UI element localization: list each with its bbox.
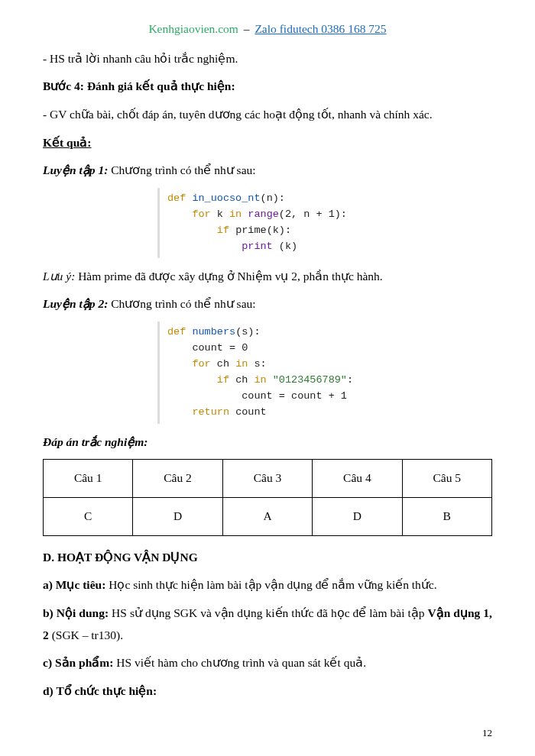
header-site: Kenhgiaovien.com [148, 22, 238, 35]
table-header-cell: Câu 2 [133, 460, 222, 498]
b-text2: (SGK – tr130). [49, 628, 123, 641]
item-b: b) Nội dung: HS sử dụng SGK và vận dụng … [43, 603, 492, 646]
document-page: Kenhgiaovien.com – Zalo fidutech 0386 16… [0, 0, 535, 756]
lt1-label: Luyện tập 1: [43, 163, 108, 176]
table-header-cell: Câu 3 [222, 460, 312, 498]
c-text: HS viết hàm cho chương trình và quan sát… [113, 656, 366, 669]
item-c: c) Sản phẩm: HS viết hàm cho chương trìn… [43, 652, 492, 674]
code-block-2: def numbers(s): count = 0 for ch in s: i… [157, 321, 492, 424]
lt1-line: Luyện tập 1: Chương trình có thể như sau… [43, 160, 492, 182]
luuy-line: Lưu ý: Hàm prime đã được xây dựng ở Nhiệ… [43, 266, 492, 288]
lt2-text: Chương trình có thể như sau: [108, 297, 255, 310]
table-cell: D [313, 497, 402, 535]
d-label: d) Tổ chức thực hiện: [43, 684, 157, 697]
table-header-cell: Câu 5 [402, 460, 491, 498]
table-cell: D [133, 497, 222, 535]
table-row-header: Câu 1 Câu 2 Câu 3 Câu 4 Câu 5 [44, 460, 492, 498]
table-header-cell: Câu 4 [313, 460, 402, 498]
paragraph: - GV chữa bài, chốt đáp án, tuyên dương … [43, 104, 492, 126]
table-cell: C [44, 497, 133, 535]
b-text1: HS sử dụng SGK và vận dụng kiến thức đã … [109, 606, 427, 619]
page-header: Kenhgiaovien.com – Zalo fidutech 0386 16… [43, 18, 492, 40]
c-label: c) Sản phẩm: [43, 656, 113, 669]
luuy-label: Lưu ý: [43, 270, 75, 283]
luuy-text: Hàm prime đã được xây dựng ở Nhiệm vụ 2,… [75, 270, 382, 283]
b-label: b) Nội dung: [43, 606, 109, 619]
item-d: d) Tổ chức thực hiện: [43, 680, 492, 703]
item-a: a) Mục tiêu: Học sinh thực hiện làm bài … [43, 574, 492, 596]
answers-table: Câu 1 Câu 2 Câu 3 Câu 4 Câu 5 C D A D B [43, 459, 492, 535]
lt2-label: Luyện tập 2: [43, 297, 108, 310]
table-cell: A [222, 497, 312, 535]
table-row-answers: C D A D B [44, 497, 492, 535]
a-text: Học sinh thực hiện làm bài tập vận dụng … [105, 578, 436, 591]
code-block-1: def in_uocso_nt(n): for k in range(2, n … [157, 188, 492, 258]
paragraph: - HS trả lời nhanh câu hỏi trắc nghiệm. [43, 48, 492, 70]
step4-heading: Bước 4: Đánh giá kết quả thực hiện: [43, 76, 492, 98]
lt1-text: Chương trình có thể như sau: [108, 163, 255, 176]
header-dash: – [244, 22, 250, 35]
table-header-cell: Câu 1 [44, 460, 133, 498]
result-heading: Kết quả: [43, 132, 492, 154]
header-zalo-link[interactable]: Zalo fidutech 0386 168 725 [255, 22, 386, 35]
lt2-line: Luyện tập 2: Chương trình có thể như sau… [43, 293, 492, 315]
a-label: a) Mục tiêu: [43, 578, 105, 591]
page-number: 12 [482, 724, 492, 742]
dapan-heading: Đáp án trắc nghiệm: [43, 431, 492, 454]
result-label: Kết quả: [43, 136, 92, 149]
table-cell: B [402, 497, 491, 535]
section-d-heading: D. HOẠT ĐỘNG VẬN DỤNG [43, 547, 492, 569]
